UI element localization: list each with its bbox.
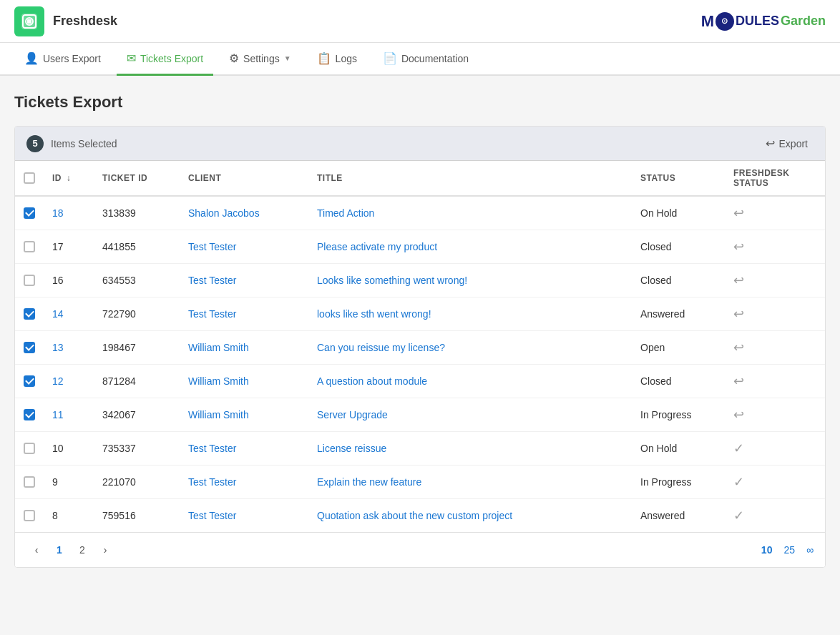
per-page-10[interactable]: 10: [761, 544, 773, 556]
td-ticket-id: 221070: [94, 466, 180, 499]
export-icon: ↩: [766, 137, 775, 150]
td-ticket-id: 342067: [94, 398, 180, 432]
td-client: Test Tester: [180, 499, 308, 533]
td-client: Test Tester: [180, 466, 308, 499]
row-checkbox-12[interactable]: [24, 375, 35, 387]
pagination-left: ‹ 1 2 ›: [26, 540, 115, 560]
title-link[interactable]: Please activate my product: [317, 241, 437, 252]
td-title: Looks like something went wrong!: [308, 264, 632, 297]
td-fd-status: ↩: [725, 264, 825, 297]
per-page-all[interactable]: ∞: [806, 544, 814, 556]
th-check: [15, 161, 44, 196]
title-link[interactable]: Can you reissue my license?: [317, 342, 445, 353]
gear-icon: ⚙: [229, 51, 239, 65]
td-client: Test Tester: [180, 230, 308, 264]
row-checkbox-10[interactable]: [24, 443, 35, 454]
nav-item-tickets-export[interactable]: ✉ Tickets Export: [117, 43, 213, 76]
td-ticket-id: 634553: [94, 264, 180, 297]
td-status: Closed: [632, 365, 725, 398]
td-fd-status: ↩: [725, 196, 825, 230]
row-checkbox-13[interactable]: [24, 342, 35, 353]
title-link[interactable]: Quotation ask about the new custom proje…: [317, 510, 512, 521]
sync-icon: ↩: [733, 374, 744, 388]
td-check: [15, 365, 44, 398]
table-row: 12 871284 William Smith A question about…: [15, 365, 825, 398]
client-link[interactable]: Shalon Jacobos: [188, 207, 260, 219]
title-link[interactable]: Server Upgrade: [317, 409, 388, 420]
td-title: Timed Action: [308, 196, 632, 230]
td-title: looks like sth went wrong!: [308, 297, 632, 331]
row-checkbox-8[interactable]: [24, 510, 35, 521]
td-id: 17: [44, 230, 94, 264]
client-link[interactable]: Test Tester: [188, 510, 236, 521]
td-title: Server Upgrade: [308, 398, 632, 432]
per-page-25[interactable]: 25: [783, 544, 795, 556]
nav-item-documentation[interactable]: 📄 Documentation: [373, 43, 479, 76]
td-check: [15, 398, 44, 432]
td-fd-status: ✓: [725, 466, 825, 499]
page-1-button[interactable]: 1: [49, 540, 69, 560]
td-title: Please activate my product: [308, 230, 632, 264]
row-checkbox-11[interactable]: [24, 409, 35, 420]
client-link[interactable]: Test Tester: [188, 443, 236, 454]
select-all-checkbox[interactable]: [24, 172, 35, 184]
th-id: ID ↓: [44, 161, 94, 196]
email-icon: ✉: [127, 51, 136, 65]
row-checkbox-18[interactable]: [24, 207, 35, 219]
td-title: Can you reissue my license?: [308, 331, 632, 365]
sync-icon: ↩: [733, 307, 744, 321]
next-page-button[interactable]: ›: [95, 540, 115, 560]
table-row: 9 221070 Test Tester Explain the new fea…: [15, 466, 825, 499]
prev-page-button[interactable]: ‹: [26, 540, 47, 560]
tickets-table: ID ↓ TICKET ID CLIENT TITLE STATUS FRESH…: [15, 161, 825, 532]
td-check: [15, 264, 44, 297]
td-client: Test Tester: [180, 297, 308, 331]
title-link[interactable]: A question about module: [317, 375, 427, 387]
table-row: 16 634553 Test Tester Looks like somethi…: [15, 264, 825, 297]
row-checkbox-16[interactable]: [24, 275, 35, 286]
td-fd-status: ↩: [725, 230, 825, 264]
export-button[interactable]: ↩ Export: [760, 134, 814, 153]
client-link[interactable]: Test Tester: [188, 308, 236, 320]
nav-label-logs: Logs: [336, 53, 357, 64]
title-link[interactable]: Looks like something went wrong!: [317, 275, 467, 286]
modules-garden-logo: M ⊙ DULES Garden: [701, 12, 826, 31]
row-checkbox-17[interactable]: [24, 241, 35, 252]
client-link[interactable]: William Smith: [188, 409, 249, 420]
th-client: CLIENT: [180, 161, 308, 196]
svg-rect-3: [27, 19, 31, 24]
td-status: Closed: [632, 230, 725, 264]
td-client: William Smith: [180, 365, 308, 398]
mg-circle-icon: ⊙: [716, 12, 734, 31]
td-check: [15, 331, 44, 365]
td-client: Test Tester: [180, 264, 308, 297]
nav-item-settings[interactable]: ⚙ Settings ▼: [219, 43, 301, 76]
title-link[interactable]: looks like sth went wrong!: [317, 308, 431, 320]
title-link[interactable]: Timed Action: [317, 207, 374, 219]
selection-count: 5 Items Selected: [26, 135, 117, 152]
td-id: 12: [44, 365, 94, 398]
page-2-button[interactable]: 2: [72, 540, 92, 560]
main-nav: 👤 Users Export ✉ Tickets Export ⚙ Settin…: [0, 43, 840, 76]
table-row: 13 198467 William Smith Can you reissue …: [15, 331, 825, 365]
table-row: 14 722790 Test Tester looks like sth wen…: [15, 297, 825, 331]
td-status: Closed: [632, 264, 725, 297]
nav-label-settings: Settings: [243, 53, 280, 64]
client-link[interactable]: William Smith: [188, 342, 249, 353]
client-link[interactable]: Test Tester: [188, 476, 236, 488]
th-ticket-id: TICKET ID: [94, 161, 180, 196]
td-check: [15, 297, 44, 331]
td-ticket-id: 313839: [94, 196, 180, 230]
selection-badge: 5: [26, 135, 44, 152]
client-link[interactable]: Test Tester: [188, 241, 236, 252]
title-link[interactable]: Explain the new feature: [317, 476, 421, 488]
title-link[interactable]: License reissue: [317, 443, 386, 454]
row-checkbox-9[interactable]: [24, 476, 35, 488]
nav-item-logs[interactable]: 📋 Logs: [307, 43, 367, 76]
client-link[interactable]: William Smith: [188, 375, 249, 387]
table-body: 18 313839 Shalon Jacobos Timed Action On…: [15, 196, 825, 532]
client-link[interactable]: Test Tester: [188, 275, 236, 286]
nav-item-users-export[interactable]: 👤 Users Export: [14, 43, 111, 76]
row-checkbox-14[interactable]: [24, 308, 35, 320]
td-status: On Hold: [632, 432, 725, 466]
